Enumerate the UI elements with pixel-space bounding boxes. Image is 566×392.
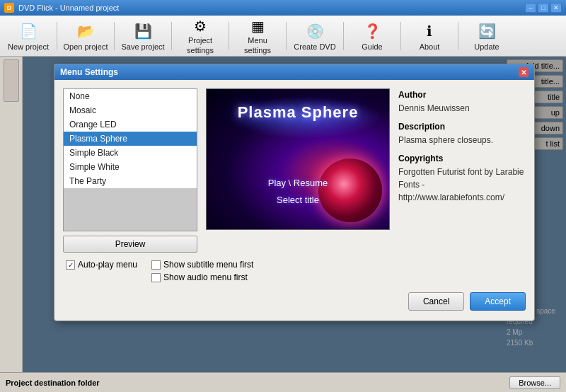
menu-settings-icon: ▦: [248, 18, 267, 35]
menu-item-plasma-sphere[interactable]: Plasma Sphere: [64, 132, 197, 146]
cancel-button[interactable]: Cancel: [408, 292, 464, 311]
dialog-title: Menu Settings: [60, 67, 118, 77]
dialog-close-button[interactable]: ✕: [519, 67, 529, 77]
main-area: Add title... title... title up down t li…: [0, 57, 566, 372]
menu-settings-label: Menu settings: [233, 36, 282, 54]
status-bar-label: Project destination folder: [6, 379, 100, 387]
show-audio-label: Show audio menu first: [163, 272, 248, 282]
toolbar: 📄 New project 📂 Open project 💾 Save proj…: [0, 16, 566, 57]
toolbar-update[interactable]: 🔄 Update: [461, 18, 512, 54]
auto-play-label: Auto-play menu: [78, 260, 137, 270]
toolbar-sep-7: [400, 22, 401, 50]
title-bar-controls[interactable]: – □ ✕: [525, 3, 562, 13]
create-dvd-icon: 💿: [305, 21, 325, 41]
show-audio-checkbox[interactable]: Show audio menu first: [151, 272, 253, 282]
app-icon: D: [4, 3, 14, 13]
close-button[interactable]: ✕: [550, 3, 562, 13]
menu-item-simple-black[interactable]: Simple Black: [64, 146, 197, 160]
toolbar-sep-2: [114, 22, 115, 50]
save-project-label: Save project: [121, 42, 164, 52]
sidebar-tab[interactable]: [4, 59, 19, 102]
open-project-icon: 📂: [76, 21, 96, 41]
project-settings-label: Project settings: [176, 36, 224, 54]
menu-list-empty-space: [64, 188, 197, 231]
preview-menu-item2: Select title: [207, 192, 389, 208]
copyrights-label: Copyrights: [398, 152, 526, 165]
title-bar: D DVD Flick - Unnamed project – □ ✕: [0, 0, 566, 16]
show-subtitle-checkbox-box[interactable]: [151, 260, 161, 270]
title-bar-left: D DVD Flick - Unnamed project: [4, 3, 119, 13]
sidebar-strip: [0, 57, 23, 372]
accept-button[interactable]: Accept: [470, 292, 526, 311]
menu-item-orange-led[interactable]: Orange LED: [64, 117, 197, 132]
menu-item-mosaic[interactable]: Mosaic: [64, 103, 197, 117]
about-icon: ℹ: [420, 21, 439, 41]
toolbar-sep-5: [286, 22, 287, 50]
update-icon: 🔄: [477, 21, 497, 41]
menu-list[interactable]: None Mosaic Orange LED Plasma Sphere Sim…: [63, 88, 197, 231]
toolbar-sep-6: [343, 22, 344, 50]
menu-preview-image: Plasma Sphere Play \ Resume Select title: [206, 88, 390, 230]
auto-play-checkbox-box[interactable]: [66, 260, 75, 270]
menu-settings-dialog: Menu Settings ✕ None Mosaic Orange LED P…: [54, 64, 535, 321]
open-project-label: Open project: [64, 42, 108, 52]
toolbar-menu-settings[interactable]: ▦ Menu settings: [232, 18, 283, 54]
toolbar-save-project[interactable]: 💾 Save project: [117, 18, 168, 54]
toolbar-sep-3: [171, 22, 172, 50]
description-value: Plasma sphere closeups.: [398, 134, 526, 146]
window-title: DVD Flick - Unnamed project: [18, 4, 119, 12]
toolbar-project-settings[interactable]: ⚙ Project settings: [175, 18, 226, 54]
toolbar-sep-4: [229, 22, 229, 50]
show-audio-checkbox-box[interactable]: [151, 273, 161, 282]
menu-item-simple-white[interactable]: Simple White: [64, 160, 197, 174]
info-panel: Author Dennis Meuwissen Description Plas…: [398, 88, 526, 253]
toolbar-sep-8: [458, 22, 458, 50]
toolbar-about[interactable]: ℹ About: [404, 18, 455, 54]
guide-icon: ❓: [362, 21, 382, 41]
preview-button[interactable]: Preview: [63, 236, 197, 253]
author-label: Author: [398, 88, 526, 101]
create-dvd-label: Create DVD: [294, 42, 335, 52]
save-project-icon: 💾: [133, 21, 153, 41]
dialog-body: None Mosaic Orange LED Plasma Sphere Sim…: [54, 80, 534, 321]
project-settings-icon: ⚙: [190, 18, 210, 35]
update-label: Update: [474, 42, 499, 52]
preview-title: Plasma Sphere: [207, 103, 389, 122]
preview-menu-item1: Play \ Resume: [207, 175, 389, 191]
preview-menu-items: Play \ Resume Select title: [207, 175, 389, 208]
guide-label: Guide: [362, 42, 382, 52]
show-subtitle-label: Show subtitle menu first: [163, 260, 253, 270]
status-bar: Project destination folder Browse...: [0, 372, 566, 392]
toolbar-guide[interactable]: ❓ Guide: [347, 18, 398, 54]
minimize-button[interactable]: –: [525, 3, 536, 13]
description-label: Description: [398, 120, 526, 133]
menu-item-the-party[interactable]: The Party: [64, 174, 197, 188]
dialog-footer: Cancel Accept: [63, 289, 526, 312]
new-project-label: New project: [8, 42, 49, 52]
author-value: Dennis Meuwissen: [398, 102, 526, 115]
toolbar-create-dvd[interactable]: 💿 Create DVD: [289, 18, 340, 54]
checkbox-group-right: Show subtitle menu first Show audio menu…: [151, 260, 253, 282]
copyrights-value: Forgotten Futurist font by Larabie Fonts…: [398, 166, 526, 204]
show-subtitle-checkbox[interactable]: Show subtitle menu first: [151, 260, 253, 270]
auto-play-checkbox[interactable]: Auto-play menu: [66, 260, 137, 270]
new-project-icon: 📄: [18, 21, 38, 41]
toolbar-open-project[interactable]: 📂 Open project: [60, 18, 111, 54]
menu-item-none[interactable]: None: [64, 89, 197, 103]
toolbar-sep-1: [57, 22, 57, 50]
about-label: About: [420, 42, 440, 52]
maximize-button[interactable]: □: [538, 3, 549, 13]
checkbox-area: Auto-play menu Show subtitle menu first …: [63, 260, 526, 282]
toolbar-new-project[interactable]: 📄 New project: [3, 18, 54, 54]
browse-button[interactable]: Browse...: [509, 376, 560, 389]
menu-list-container: None Mosaic Orange LED Plasma Sphere Sim…: [63, 88, 197, 253]
dialog-titlebar: Menu Settings ✕: [54, 64, 534, 80]
dialog-top-section: None Mosaic Orange LED Plasma Sphere Sim…: [63, 88, 526, 253]
modal-overlay: Menu Settings ✕ None Mosaic Orange LED P…: [23, 57, 566, 372]
